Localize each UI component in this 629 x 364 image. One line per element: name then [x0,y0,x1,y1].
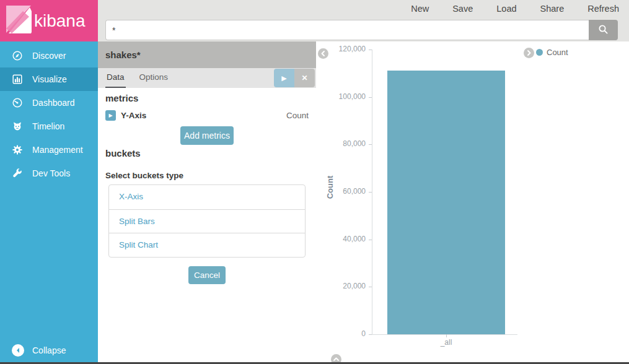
timelion-icon [12,121,23,132]
metric-label: Y-Axis [121,111,146,120]
sidebar-item-label: Dashboard [32,98,75,108]
gear-icon [12,144,23,155]
logo-text: kibana [34,11,86,31]
menu-item-load[interactable]: Load [496,4,516,14]
close-icon: ✕ [301,74,307,82]
tab-data[interactable]: Data [105,68,126,88]
tab-options[interactable]: Options [138,68,170,88]
search-input[interactable] [105,20,589,40]
y-axis-tick-label: 0 [316,329,369,339]
metric-value: Count [286,111,309,120]
metric-row-y-axis: ▶ Y-Axis Count [105,109,309,121]
bucket-option-split-chart[interactable]: Split Chart [109,233,305,257]
discard-changes-button[interactable]: ✕ [294,69,315,87]
collapse-icon [12,344,24,357]
menu-item-new[interactable]: New [411,4,429,14]
bucket-option-x-axis[interactable]: X-Axis [109,185,305,209]
sidebar-item-management[interactable]: Management [0,138,98,162]
kibana-app: kibana Discover Visualize Dashboard [0,0,629,364]
y-axis-tick-label: 100,000 [316,92,369,102]
bar-count[interactable] [387,71,505,334]
search-button[interactable] [589,20,618,40]
legend-label: Count [547,48,568,57]
topbar-menu: New Save Load Share Refresh [98,0,629,14]
play-icon: ▶ [281,74,286,82]
bucket-option-split-bars[interactable]: Split Bars [109,209,305,233]
sidebar-item-dashboard[interactable]: Dashboard [0,91,98,115]
select-buckets-type-label: Select buckets type [105,171,309,180]
editor-content: metrics ▶ Y-Axis Count Add metrics bucke… [98,88,316,284]
editor-tabbar: Data Options ▶ ✕ [98,68,316,88]
chevron-right-icon [526,50,532,56]
sidebar: kibana Discover Visualize Dashboard [0,0,98,364]
y-axis-tick-label: 40,000 [316,235,369,244]
menu-item-refresh[interactable]: Refresh [587,4,619,14]
apply-changes-button[interactable]: ▶ [274,69,294,87]
sidebar-item-label: Discover [32,51,66,61]
y-axis-line [372,50,372,335]
editor-actions: ▶ ✕ [274,69,315,87]
buckets-heading: buckets [105,148,309,158]
sidebar-nav: Discover Visualize Dashboard Timelion [0,44,98,185]
search-icon [598,24,609,37]
topbar: New Save Load Share Refresh [98,0,629,41]
compass-icon [12,50,23,61]
kibana-logo[interactable]: kibana [0,0,98,41]
x-axis-category-label: _all [387,338,505,347]
bar-chart-icon [12,74,23,85]
sidebar-item-visualize[interactable]: Visualize [0,67,98,91]
sidebar-item-label: Timelion [32,121,64,131]
collapse-label: Collapse [32,345,66,355]
menu-item-share[interactable]: Share [540,4,565,14]
y-axis-tick-label: 80,000 [316,139,369,149]
sidebar-collapse-button[interactable]: Collapse [0,340,98,361]
chart-panel: Count Count 020,00040,00060,00080,000100… [316,41,629,364]
expand-metric-button[interactable]: ▶ [105,110,116,121]
add-metrics-button[interactable]: Add metrics [180,126,234,145]
sidebar-item-label: Dev Tools [32,168,70,178]
sidebar-item-timelion[interactable]: Timelion [0,115,98,138]
kibana-logo-icon [6,5,32,37]
wrench-icon [12,168,23,179]
sidebar-item-dev-tools[interactable]: Dev Tools [0,162,98,185]
sidebar-item-label: Visualize [32,74,67,84]
cancel-button[interactable]: Cancel [188,266,226,284]
y-axis-tick-label: 60,000 [316,187,369,196]
legend-swatch [536,49,543,56]
dashboard-icon [12,97,23,108]
index-pattern-title: shakes* [98,41,316,68]
y-axis-tick-label: 20,000 [316,282,369,291]
vis-editor-panel: shakes* Data Options ▶ ✕ metrics ▶ Y-Axi… [98,41,316,364]
bucket-type-list: X-Axis Split Bars Split Chart [108,184,306,258]
sidebar-item-discover[interactable]: Discover [0,44,98,67]
chevron-right-icon: ▶ [108,113,112,118]
x-axis-line [372,334,517,335]
metrics-heading: metrics [105,93,309,103]
collapse-legend-button[interactable] [524,48,534,58]
search-bar [105,20,618,40]
y-axis-tick-label: 120,000 [316,45,369,54]
legend-item-count[interactable]: Count [536,48,568,57]
x-axis-tick [446,334,447,337]
menu-item-save[interactable]: Save [452,4,473,14]
sidebar-item-label: Management [32,145,83,155]
